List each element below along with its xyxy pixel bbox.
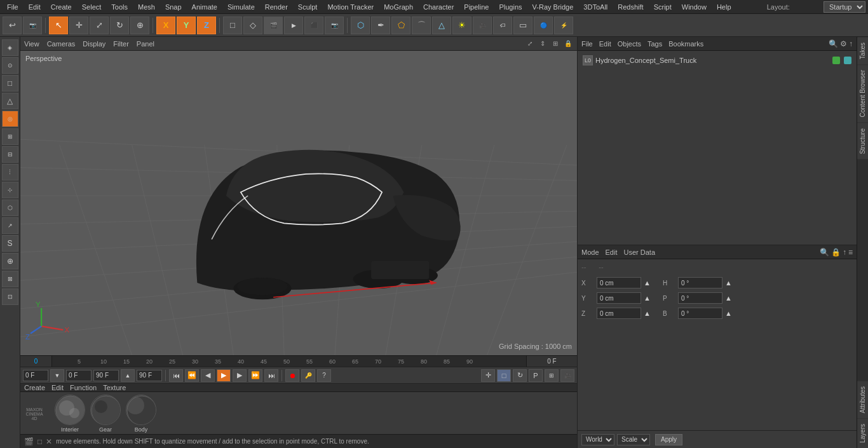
move-button[interactable]: ✛ xyxy=(69,17,88,34)
end-frame-field[interactable] xyxy=(93,370,119,381)
status-icon-1[interactable]: 🎬 xyxy=(24,437,34,446)
visibility-dot-green[interactable] xyxy=(832,57,840,64)
start-frame-field[interactable] xyxy=(23,370,48,381)
go-end-button[interactable]: ⏭ xyxy=(264,369,278,382)
side-tab-takes[interactable]: Takes xyxy=(857,37,868,64)
play-fwd-button[interactable]: ▶ xyxy=(217,369,231,382)
render-pic-button[interactable]: 📷 xyxy=(325,17,344,34)
prev-frame-button[interactable]: ⏪ xyxy=(185,369,199,382)
attr-menu-icon[interactable]: ≡ xyxy=(848,248,853,257)
scale-button[interactable]: ⤢ xyxy=(90,17,109,34)
status-icon-3[interactable]: ✕ xyxy=(46,437,52,446)
attr-menu-edit[interactable]: Edit xyxy=(606,248,618,256)
select-play-button[interactable]: □ xyxy=(497,369,511,382)
deform-button[interactable]: ⌒ xyxy=(412,17,431,34)
spline-button[interactable]: ✒ xyxy=(371,17,390,34)
sidebar-btn-5[interactable]: ◎ xyxy=(2,111,18,127)
viewport-menu-cameras[interactable]: Cameras xyxy=(47,40,76,48)
attr-p-step[interactable]: ▲ xyxy=(725,294,735,302)
tag-button[interactable]: 🏷 xyxy=(493,17,512,34)
prev-key-button[interactable]: ◀ xyxy=(201,369,215,382)
mat-menu-function[interactable]: Function xyxy=(70,384,97,391)
sidebar-btn-2[interactable]: ⊙ xyxy=(2,57,18,74)
arrow-icon[interactable]: ⇕ xyxy=(538,39,548,49)
menu-pipeline[interactable]: Pipeline xyxy=(459,2,493,12)
sidebar-btn-7[interactable]: ⊟ xyxy=(2,146,18,163)
render-button[interactable]: ▶ xyxy=(284,17,303,34)
menu-help[interactable]: Help xyxy=(712,2,736,12)
light-button[interactable]: ☀ xyxy=(452,17,471,34)
menu-plugins[interactable]: Plugins xyxy=(494,2,526,12)
total-frame-field[interactable] xyxy=(137,370,162,381)
lock-icon[interactable]: 🔒 xyxy=(563,39,573,49)
render-region-button[interactable]: ⬛ xyxy=(304,17,323,34)
timeline-track[interactable]: 5 10 15 20 25 30 35 40 45 50 55 60 65 70 xyxy=(52,356,526,367)
sidebar-btn-10[interactable]: ⬡ xyxy=(2,200,18,216)
menu-select[interactable]: Select xyxy=(78,2,106,12)
grid-play-button[interactable]: ⊞ xyxy=(545,369,559,382)
anim-tag-button[interactable]: ⚡ xyxy=(554,17,573,34)
material-item-gear[interactable]: Gear xyxy=(90,395,121,433)
menu-character[interactable]: Character xyxy=(419,2,458,12)
auto-key-button[interactable]: 🔑 xyxy=(301,369,315,382)
key-play-button[interactable]: P xyxy=(529,369,543,382)
viewport-menu-display[interactable]: Display xyxy=(83,40,105,48)
sidebar-btn-4[interactable]: △ xyxy=(2,93,18,109)
grid-icon[interactable]: ⊞ xyxy=(550,39,560,49)
attr-z-step[interactable]: ▲ xyxy=(644,309,654,317)
cube3d-button[interactable]: ⬡ xyxy=(351,17,370,34)
rotate-play-button[interactable]: ↻ xyxy=(513,369,527,382)
attr-z-field[interactable] xyxy=(597,308,641,319)
translate-button[interactable]: ✛ xyxy=(481,369,495,382)
viewport-menu-filter[interactable]: Filter xyxy=(113,40,128,48)
attr-lock-icon[interactable]: 🔒 xyxy=(831,248,841,257)
floor-button[interactable]: ▭ xyxy=(513,17,532,34)
search-icon[interactable]: 🔍 xyxy=(829,39,838,48)
layout-select[interactable]: Startup xyxy=(824,1,865,13)
side-tab-content-browser[interactable]: Content Browser xyxy=(857,64,868,122)
menu-script[interactable]: Script xyxy=(649,2,676,12)
select-button[interactable]: ↖ xyxy=(49,17,68,34)
world-select[interactable]: World xyxy=(581,434,614,445)
sidebar-btn-13[interactable]: ⊕ xyxy=(2,253,18,269)
nurbs-button[interactable]: ⬠ xyxy=(391,17,410,34)
mat-menu-texture[interactable]: Texture xyxy=(103,384,126,391)
obj-menu-objects[interactable]: Objects xyxy=(618,40,641,48)
anim-object-button[interactable]: 🎬 xyxy=(264,17,283,34)
next-frame-button[interactable]: ⏩ xyxy=(248,369,262,382)
timeline-end[interactable]: 0 F xyxy=(526,356,577,367)
rotate-button[interactable]: ↻ xyxy=(110,17,129,34)
z-axis-button[interactable]: Z xyxy=(197,17,216,34)
side-tab-layers[interactable]: Layers xyxy=(857,418,868,448)
mat-menu-create[interactable]: Create xyxy=(24,384,45,391)
status-icon-2[interactable]: □ xyxy=(37,437,42,446)
menu-edit[interactable]: Edit xyxy=(24,2,45,12)
sidebar-btn-11[interactable]: ↗ xyxy=(2,217,18,234)
attr-search-icon[interactable]: 🔍 xyxy=(820,248,829,257)
viewport-menu-view[interactable]: View xyxy=(24,40,39,48)
menu-snap[interactable]: Snap xyxy=(161,2,186,12)
expand-icon[interactable]: ⤢ xyxy=(525,39,535,49)
step-down-button[interactable]: ▼ xyxy=(50,369,64,382)
undo-button[interactable]: ↩ xyxy=(3,17,22,34)
material-item-body[interactable]: Body xyxy=(126,395,156,433)
menu-file[interactable]: File xyxy=(3,2,23,12)
go-start-button[interactable]: ⏮ xyxy=(169,369,183,382)
y-axis-button[interactable]: Y xyxy=(177,17,196,34)
arrow-up-icon[interactable]: ↑ xyxy=(849,39,853,48)
obj-menu-file[interactable]: File xyxy=(581,40,593,48)
material-button[interactable]: 🔵 xyxy=(534,17,553,34)
timeline-start[interactable]: 0 xyxy=(20,356,52,367)
material-item-interior[interactable]: Interier xyxy=(55,395,85,433)
menu-create[interactable]: Create xyxy=(46,2,76,12)
mat-menu-edit[interactable]: Edit xyxy=(51,384,64,391)
viewport-menu-panel[interactable]: Panel xyxy=(137,40,154,48)
sidebar-btn-3[interactable]: □ xyxy=(2,75,18,92)
env-button[interactable]: △ xyxy=(432,17,451,34)
transform-button[interactable]: ⊕ xyxy=(130,17,149,34)
side-tab-attributes[interactable]: Attributes xyxy=(857,381,868,418)
apply-button[interactable]: Apply xyxy=(655,434,682,445)
help-button[interactable]: ? xyxy=(317,369,331,382)
viewport-3d[interactable]: X Y Z Perspective Grid Spacing : 1000 cm xyxy=(20,51,577,355)
render-play-button[interactable]: 🎥 xyxy=(560,369,574,382)
